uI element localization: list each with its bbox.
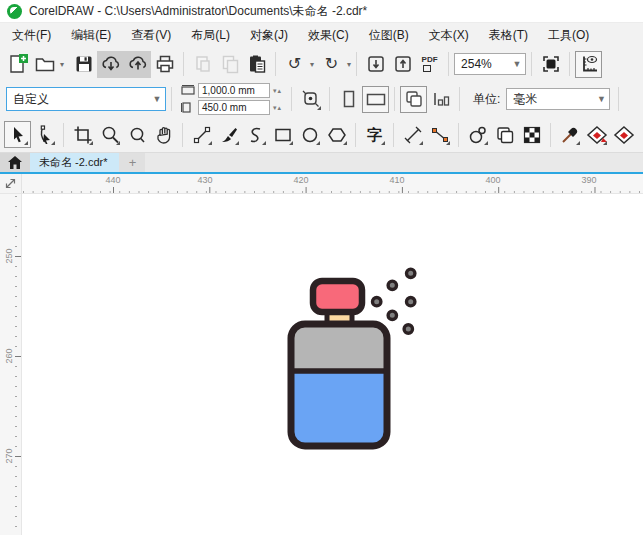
menu-file[interactable]: 文件(F): [2, 23, 61, 47]
cloud-upload-button[interactable]: [124, 51, 151, 78]
interactive-fill-tool[interactable]: [583, 121, 610, 148]
smart-fill-tool[interactable]: [610, 121, 637, 148]
freehand-tool[interactable]: [188, 121, 215, 148]
fullscreen-preview-button[interactable]: [537, 51, 564, 78]
zoom-level-combobox[interactable]: 254% ▼: [454, 53, 526, 75]
vertical-ruler[interactable]: 250 260 270: [0, 194, 22, 535]
menu-text[interactable]: 文本(X): [419, 23, 479, 47]
pick-tool[interactable]: [4, 121, 31, 148]
units-caret[interactable]: ▼: [592, 89, 609, 109]
b-spline-tool[interactable]: [242, 121, 269, 148]
cut-icon: [192, 53, 214, 75]
toolbox-separator: [393, 123, 394, 147]
zoom-tool[interactable]: [96, 121, 123, 148]
menu-view[interactable]: 查看(V): [121, 23, 181, 47]
spray-dot[interactable]: [388, 311, 396, 319]
open-dropdown-caret[interactable]: ▾: [60, 60, 64, 69]
checkerboard-icon: [522, 125, 542, 145]
eyedropper-tool[interactable]: [556, 121, 583, 148]
menu-layout[interactable]: 布局(L): [181, 23, 240, 47]
drop-shadow-tool[interactable]: [464, 121, 491, 148]
all-pages-icon: [404, 89, 424, 109]
print-button[interactable]: [151, 51, 178, 78]
document-tab-active[interactable]: 未命名 -2.cdr*: [30, 153, 119, 172]
undo-button[interactable]: ↺: [281, 51, 308, 78]
spray-dot[interactable]: [373, 298, 381, 306]
paste-button[interactable]: [243, 51, 270, 78]
page-size-combobox[interactable]: 自定义 ▼: [6, 87, 166, 111]
rectangle-tool[interactable]: [269, 121, 296, 148]
new-document-button[interactable]: [4, 51, 31, 78]
page-size-caret[interactable]: ▼: [148, 88, 165, 110]
shape-tool-icon: [35, 125, 55, 145]
spray-bottle-illustration: [22, 194, 643, 535]
propbar-separator: [618, 87, 619, 111]
portrait-icon: [339, 89, 359, 109]
toolbar-separator: [569, 52, 570, 76]
toolbar-separator: [356, 52, 357, 76]
propbar-separator: [394, 87, 395, 111]
horizontal-ruler[interactable]: 440 430 420 410 400 390: [22, 174, 643, 194]
ruler-origin-button[interactable]: [0, 174, 22, 194]
welcome-screen-button[interactable]: [0, 153, 30, 172]
tabbar-spacer: [145, 153, 643, 172]
redo-dropdown-caret[interactable]: ▾: [347, 60, 351, 69]
undo-dropdown-caret[interactable]: ▾: [310, 60, 314, 69]
spray-dot[interactable]: [407, 298, 415, 306]
page-height-spinner[interactable]: ▾▴: [273, 104, 282, 112]
portrait-button[interactable]: [335, 86, 362, 113]
apply-all-pages-button[interactable]: [400, 86, 427, 113]
document-tab-label: 未命名 -2.cdr*: [39, 155, 107, 170]
zoom-secondary-tool[interactable]: [123, 121, 150, 148]
copy-button: [216, 51, 243, 78]
connector-tool[interactable]: [426, 121, 453, 148]
text-tool[interactable]: 字: [361, 121, 388, 148]
bottle-cap[interactable]: [313, 281, 362, 312]
drawing-canvas[interactable]: [22, 194, 643, 535]
toolbar-separator: [531, 52, 532, 76]
landscape-button[interactable]: [362, 86, 389, 113]
page-width-spinner[interactable]: ▾▴: [273, 87, 282, 95]
publish-pdf-button[interactable]: PDF: [416, 51, 443, 78]
page-height-input[interactable]: 450.0 mm: [198, 100, 270, 115]
redo-button[interactable]: ↻: [318, 51, 345, 78]
pattern-fill-tool[interactable]: [518, 121, 545, 148]
menu-effects[interactable]: 效果(C): [298, 23, 359, 47]
new-tab-button[interactable]: +: [119, 153, 145, 172]
toggle-rulers-button[interactable]: [575, 51, 602, 78]
menu-bitmaps[interactable]: 位图(B): [359, 23, 419, 47]
bottle-upper[interactable]: [291, 324, 387, 371]
menu-table[interactable]: 表格(T): [479, 23, 538, 47]
crop-tool[interactable]: [69, 121, 96, 148]
menu-object[interactable]: 对象(J): [240, 23, 298, 47]
artistic-media-tool[interactable]: [215, 121, 242, 148]
menu-edit[interactable]: 编辑(E): [61, 23, 121, 47]
spray-dot[interactable]: [404, 325, 412, 333]
zoom-tool-icon: [100, 125, 120, 145]
zoom-dropdown-caret[interactable]: ▼: [508, 54, 525, 74]
ellipse-tool[interactable]: [296, 121, 323, 148]
import-button[interactable]: [362, 51, 389, 78]
transparency-tool[interactable]: [491, 121, 518, 148]
snap-settings-button[interactable]: [297, 86, 324, 113]
zoom-level-value: 254%: [461, 57, 492, 71]
menu-tools[interactable]: 工具(O): [538, 23, 599, 47]
window-title: CorelDRAW - C:\Users\Administrator\Docum…: [29, 3, 367, 20]
spray-dot[interactable]: [407, 269, 415, 277]
title-bar: CorelDRAW - C:\Users\Administrator\Docum…: [0, 0, 643, 23]
spray-dot[interactable]: [388, 281, 396, 289]
hand-icon: [154, 125, 174, 145]
units-combobox[interactable]: 毫米 ▼: [506, 88, 610, 110]
export-button[interactable]: [389, 51, 416, 78]
coreldraw-logo-icon: [7, 4, 22, 19]
polygon-tool[interactable]: [323, 121, 350, 148]
save-button[interactable]: [70, 51, 97, 78]
landscape-icon: [365, 89, 387, 109]
apply-current-page-button[interactable]: [427, 86, 454, 113]
shape-tool[interactable]: [31, 121, 58, 148]
cloud-download-button[interactable]: [97, 51, 124, 78]
page-width-input[interactable]: 1,000.0 mm: [198, 83, 270, 98]
dimension-tool[interactable]: [399, 121, 426, 148]
open-button[interactable]: [31, 51, 58, 78]
pan-tool[interactable]: [150, 121, 177, 148]
